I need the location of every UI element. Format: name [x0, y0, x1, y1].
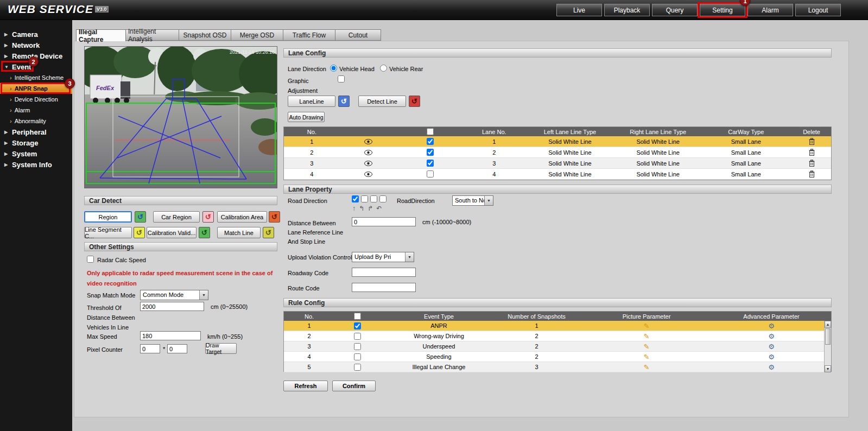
scrollbar-thumb[interactable] [825, 328, 831, 345]
region-reset-button[interactable]: ↺ [135, 211, 146, 223]
table-row[interactable]: 4 Speeding 2 ✎ ⚙ [284, 352, 831, 362]
car-region-reset-button[interactable]: ↺ [202, 211, 214, 223]
lane-select-checkbox[interactable] [427, 149, 434, 156]
pixel-counter-x-input[interactable] [140, 344, 160, 353]
sidebar-item-anpr-snap[interactable]: › ANPR Snap [0, 83, 72, 94]
route-code-input[interactable] [352, 283, 416, 292]
scroll-down-icon[interactable]: ▼ [825, 365, 831, 372]
picture-parameter-pencil-icon[interactable]: ✎ [644, 363, 650, 371]
visibility-eye-icon[interactable] [340, 136, 397, 147]
table-row[interactable]: 5 Illegal Lane Change 3 ✎ ⚙ [284, 362, 831, 372]
delete-trash-icon[interactable] [792, 147, 831, 157]
laneline-reset-button[interactable]: ↺ [338, 96, 350, 107]
table-row[interactable]: 2 2 Solid White Line Solid White Line Sm… [284, 147, 831, 158]
dir-straight-checkbox[interactable] [352, 195, 359, 202]
car-region-button[interactable]: Car Region [153, 211, 200, 223]
tab-merge-osd[interactable]: Merge OSD [231, 29, 283, 41]
tab-traffic-flow[interactable]: Traffic Flow [283, 29, 335, 41]
delete-trash-icon[interactable] [792, 136, 831, 147]
visibility-eye-icon[interactable] [340, 158, 397, 168]
tab-snapshot-osd[interactable]: Snapshot OSD [179, 29, 231, 41]
nav-query-button[interactable]: Query [652, 4, 698, 16]
pixel-counter-y-input[interactable] [167, 344, 187, 353]
rule-select-checkbox[interactable] [354, 353, 361, 360]
vehicle-head-radio[interactable] [330, 65, 337, 72]
table-row[interactable]: 1 ANPR 1 ✎ ⚙ [284, 321, 831, 331]
picture-parameter-pencil-icon[interactable]: ✎ [644, 353, 650, 361]
select-all-rules-checkbox[interactable] [354, 313, 361, 320]
delete-trash-icon[interactable] [792, 169, 831, 179]
tab-intelligent-analysis[interactable]: Intelligent Analysis [126, 29, 179, 41]
refresh-button[interactable]: Refresh [283, 381, 328, 391]
rule-select-checkbox[interactable] [354, 343, 361, 350]
advanced-parameter-gear-icon[interactable]: ⚙ [768, 363, 775, 371]
match-line-reset-button[interactable]: ↺ [263, 227, 274, 238]
nav-live-button[interactable]: Live [556, 4, 602, 16]
scrollbar-track[interactable] [825, 345, 831, 365]
nav-alarm-button[interactable]: Alarm [747, 4, 793, 16]
auto-drawing-button[interactable]: Auto Drawing [288, 112, 325, 122]
table-row[interactable]: 2 Wrong-way Driving 2 ✎ ⚙ [284, 331, 831, 341]
calibration-area-button[interactable]: Calibration Area [217, 211, 267, 223]
lane-select-checkbox[interactable] [427, 138, 434, 145]
delete-trash-icon[interactable] [792, 158, 831, 168]
table-row[interactable]: 3 Underspeed 2 ✎ ⚙ [284, 341, 831, 352]
calibration-area-reset-button[interactable]: ↺ [269, 211, 280, 223]
region-button[interactable]: Region [84, 211, 132, 223]
tab-illegal-capture[interactable]: Illegal Capture [76, 29, 126, 41]
picture-parameter-pencil-icon[interactable]: ✎ [644, 322, 650, 330]
threshold-distance-input[interactable] [140, 302, 204, 311]
distance-stop-line-input[interactable] [352, 217, 416, 226]
nav-setting-button[interactable]: Setting [700, 4, 745, 16]
sidebar-item-device-direction[interactable]: › Device Direction [0, 94, 72, 105]
picture-parameter-pencil-icon[interactable]: ✎ [644, 343, 650, 351]
tab-cutout[interactable]: Cutout [335, 29, 381, 41]
scroll-up-icon[interactable]: ▲ [825, 321, 831, 328]
sidebar-item-network[interactable]: ▶ Network [0, 40, 72, 50]
dir-left-checkbox[interactable] [361, 195, 368, 202]
laneline-button[interactable]: LaneLine [288, 96, 335, 107]
table-row[interactable]: 3 3 Solid White Line Solid White Line Sm… [284, 158, 831, 169]
sidebar-item-system[interactable]: ▶ System [0, 148, 72, 159]
sidebar-item-alarm[interactable]: › Alarm [0, 105, 72, 116]
sidebar-item-abnormality[interactable]: › Abnormality [0, 116, 72, 126]
road-direction-select[interactable]: South to Nort ▼ [452, 195, 493, 206]
advanced-parameter-gear-icon[interactable]: ⚙ [768, 343, 775, 351]
sidebar-item-peripheral[interactable]: ▶ Peripheral [0, 126, 72, 137]
lane-select-checkbox[interactable] [427, 170, 434, 178]
rule-select-checkbox[interactable] [354, 333, 361, 340]
nav-logout-button[interactable]: Logout [795, 4, 841, 16]
sidebar-item-intelligent-scheme[interactable]: › Intelligent Scheme [0, 72, 72, 83]
dir-uturn-checkbox[interactable] [379, 195, 387, 202]
rule-select-checkbox[interactable] [354, 322, 361, 329]
advanced-parameter-gear-icon[interactable]: ⚙ [768, 353, 775, 361]
line-segment-button[interactable]: Line Segment C... [84, 227, 132, 238]
advanced-parameter-gear-icon[interactable]: ⚙ [768, 332, 775, 340]
nav-playback-button[interactable]: Playback [604, 4, 650, 16]
sidebar-item-storage[interactable]: ▶ Storage [0, 137, 72, 148]
calibration-valid-button[interactable]: Calibration Valid... [147, 227, 197, 238]
camera-preview-canvas[interactable]: FedEx 2021-11-16 10:26:16 [84, 46, 277, 188]
table-row[interactable]: 4 4 Solid White Line Solid White Line Sm… [284, 169, 831, 180]
rule-table-scrollbar[interactable]: ▲ ▼ [824, 321, 831, 372]
calibration-valid-reset-button[interactable]: ↺ [199, 227, 210, 238]
select-all-lanes-checkbox[interactable] [427, 128, 434, 135]
snap-match-mode-select[interactable]: Common Mode ▼ [140, 290, 208, 300]
picture-parameter-pencil-icon[interactable]: ✎ [644, 332, 650, 340]
match-line-button[interactable]: Match Line [217, 227, 261, 238]
advanced-parameter-gear-icon[interactable]: ⚙ [768, 322, 775, 330]
table-row[interactable]: 1 1 Solid White Line Solid White Line Sm… [284, 136, 831, 147]
draw-target-button[interactable]: Draw Target [205, 343, 237, 354]
detect-line-button[interactable]: Detect Line [358, 96, 406, 107]
line-segment-reset-button[interactable]: ↺ [134, 227, 145, 238]
confirm-button[interactable]: Confirm [332, 381, 376, 391]
dir-right-checkbox[interactable] [370, 195, 377, 202]
graphic-adjustment-checkbox[interactable] [338, 75, 345, 83]
vehicle-rear-radio[interactable] [380, 65, 387, 72]
visibility-eye-icon[interactable] [340, 147, 397, 157]
detect-line-reset-button[interactable]: ↺ [409, 96, 420, 107]
sidebar-item-camera[interactable]: ▶ Camera [0, 29, 72, 40]
upload-violation-select[interactable]: Upload By Pri ▼ [352, 252, 414, 262]
roadway-code-input[interactable] [352, 268, 416, 277]
rule-select-checkbox[interactable] [354, 364, 361, 371]
